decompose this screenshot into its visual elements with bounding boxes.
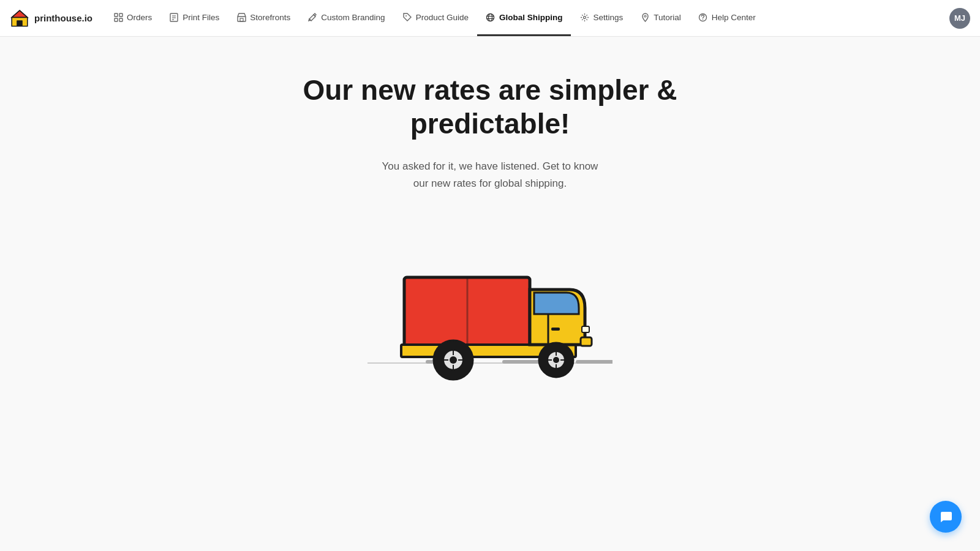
svg-rect-6: [119, 18, 123, 21]
svg-point-35: [450, 356, 457, 364]
svg-point-42: [553, 357, 559, 363]
nav-label-help-center: Help Center: [712, 13, 756, 22]
main-content: Our new rates are simpler & predictable!…: [0, 37, 980, 551]
nav-item-product-guide[interactable]: Product Guide: [394, 0, 477, 36]
nav-item-help-center[interactable]: Help Center: [690, 0, 764, 36]
svg-rect-5: [115, 18, 118, 21]
svg-rect-29: [581, 337, 592, 346]
svg-rect-11: [238, 17, 246, 21]
tag-icon: [402, 12, 412, 22]
svg-rect-3: [115, 13, 118, 17]
truck-illustration: [368, 228, 612, 388]
settings-icon: [579, 12, 589, 22]
pen-icon: [307, 12, 317, 22]
svg-point-21: [703, 18, 703, 19]
svg-point-13: [405, 15, 407, 17]
nav-label-settings: Settings: [593, 13, 623, 22]
svg-rect-30: [582, 326, 589, 332]
nav-item-custom-branding[interactable]: Custom Branding: [299, 0, 393, 36]
help-icon: [698, 12, 708, 22]
nav-item-settings[interactable]: Settings: [571, 0, 631, 36]
grid-icon: [113, 12, 123, 22]
svg-rect-2: [17, 20, 23, 26]
nav-label-storefronts: Storefronts: [250, 13, 290, 22]
nav-item-tutorial[interactable]: Tutorial: [631, 0, 690, 36]
svg-marker-1: [12, 10, 28, 17]
logo-text: printhouse.io: [34, 13, 92, 23]
logo-icon: [10, 9, 29, 28]
pin-icon: [640, 12, 650, 22]
svg-rect-32: [551, 328, 560, 331]
nav-label-tutorial: Tutorial: [654, 13, 681, 22]
globe-icon: [486, 12, 496, 22]
nav-label-orders: Orders: [127, 13, 152, 22]
svg-rect-4: [119, 13, 123, 17]
svg-rect-26: [576, 360, 612, 364]
nav-label-product-guide: Product Guide: [416, 13, 469, 22]
nav-item-print-files[interactable]: Print Files: [160, 0, 228, 36]
nav-items: Orders Print Files Storefronts Custom Br…: [105, 0, 949, 36]
chat-icon: [938, 509, 953, 524]
nav-item-storefronts[interactable]: Storefronts: [228, 0, 299, 36]
svg-point-14: [487, 13, 494, 21]
store-icon: [236, 12, 246, 22]
svg-rect-12: [240, 18, 243, 21]
page-subheadline: You asked for it, we have listened. Get …: [382, 158, 598, 191]
svg-point-18: [583, 16, 586, 18]
navbar: printhouse.io Orders Print Files Storefr…: [0, 0, 980, 37]
truck-svg: [368, 228, 612, 388]
nav-item-orders[interactable]: Orders: [105, 0, 160, 36]
nav-item-global-shipping[interactable]: Global Shipping: [477, 0, 571, 36]
svg-point-19: [644, 15, 646, 17]
nav-right: MJ: [949, 8, 970, 29]
user-avatar[interactable]: MJ: [949, 8, 970, 29]
nav-label-print-files: Print Files: [183, 13, 219, 22]
file-icon: [169, 12, 179, 22]
logo[interactable]: printhouse.io: [10, 9, 92, 28]
svg-point-15: [489, 13, 492, 21]
page-headline: Our new rates are simpler & predictable!: [303, 73, 677, 141]
nav-label-custom-branding: Custom Branding: [321, 13, 385, 22]
nav-label-global-shipping: Global Shipping: [499, 13, 563, 22]
chat-button[interactable]: [930, 501, 962, 533]
